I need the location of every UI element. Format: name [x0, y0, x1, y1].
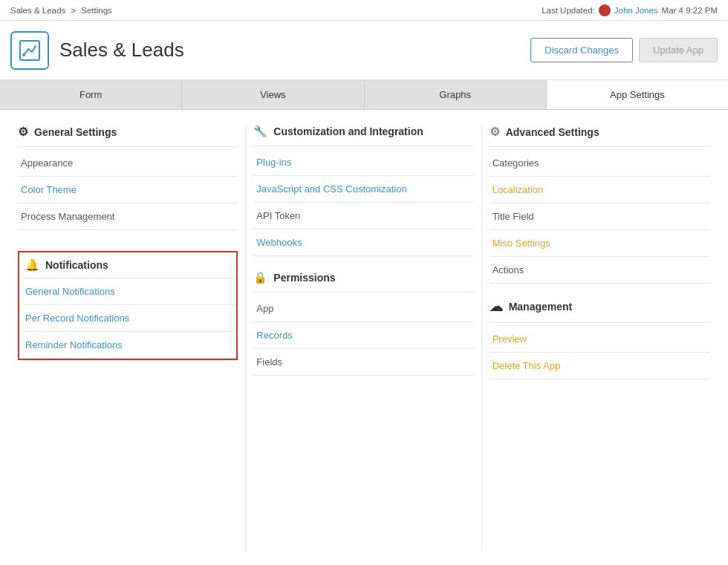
- tab-graphs[interactable]: Graphs: [365, 80, 547, 109]
- sidebar-item-records[interactable]: Records: [253, 322, 473, 349]
- notifications-header: 🔔 Notifications: [22, 252, 236, 278]
- customization-header: 🔧 Customization and Integration: [253, 125, 473, 146]
- management-title: Management: [509, 301, 573, 313]
- gear-adv-icon: ⚙: [490, 125, 500, 139]
- general-settings-title: General Settings: [34, 126, 117, 138]
- sidebar-item-js-css[interactable]: JavaScript and CSS Customization: [253, 176, 473, 203]
- sidebar-item-process-management[interactable]: Process Management: [18, 203, 238, 230]
- sidebar-item-per-record-notifications[interactable]: Per Record Notifications: [22, 305, 236, 332]
- advanced-settings-title: Advanced Settings: [506, 126, 599, 138]
- sidebar-item-delete-app[interactable]: Delete This App: [490, 353, 710, 379]
- sidebar-item-general-notifications[interactable]: General Notifications: [22, 278, 236, 305]
- tab-form[interactable]: Form: [0, 80, 182, 109]
- last-updated: Last Updated: John Jones Mar 4 9:22 PM: [542, 4, 718, 16]
- top-bar: Sales & Leads > Settings Last Updated: J…: [0, 0, 728, 21]
- main-content: General Settings Appearance Color Theme …: [0, 110, 728, 565]
- breadcrumb-root[interactable]: Sales & Leads: [10, 6, 65, 15]
- svg-point-1: [22, 53, 25, 56]
- update-app-button[interactable]: Update App: [639, 38, 718, 62]
- sidebar-item-localization[interactable]: Localization: [490, 177, 710, 203]
- permissions-title: Permissions: [273, 272, 335, 284]
- sidebar-item-preview[interactable]: Preview: [490, 326, 710, 353]
- app-title-area: Sales & Leads: [10, 31, 184, 70]
- breadcrumb: Sales & Leads > Settings: [10, 6, 112, 15]
- app-icon: [10, 31, 49, 70]
- tabs-bar: Form Views Graphs App Settings: [0, 80, 728, 110]
- cloud-icon: ☁: [490, 298, 503, 315]
- sidebar-item-color-theme[interactable]: Color Theme: [18, 177, 238, 203]
- sidebar-item-api-token[interactable]: API Token: [253, 203, 473, 229]
- column-general: General Settings Appearance Color Theme …: [10, 125, 246, 550]
- sidebar-item-title-field[interactable]: Title Field: [490, 203, 710, 230]
- sidebar-item-actions[interactable]: Actions: [490, 257, 710, 284]
- breadcrumb-separator: >: [71, 6, 78, 15]
- sidebar-item-reminder-notifications[interactable]: Reminder Notifications: [22, 332, 236, 359]
- lock-icon: 🔒: [253, 271, 267, 284]
- discard-changes-button[interactable]: Discard Changes: [530, 38, 633, 62]
- notifications-title: Notifications: [45, 259, 108, 271]
- customization-title: Customization and Integration: [273, 125, 423, 137]
- sidebar-item-app[interactable]: App: [253, 295, 473, 322]
- sidebar-item-appearance[interactable]: Appearance: [18, 150, 238, 177]
- last-updated-date: Mar 4 9:22 PM: [662, 6, 718, 15]
- tab-views[interactable]: Views: [182, 80, 364, 109]
- user-avatar: [599, 4, 611, 16]
- user-name[interactable]: John Jones: [614, 6, 658, 15]
- tab-app-settings[interactable]: App Settings: [547, 80, 728, 109]
- bell-icon: 🔔: [25, 258, 39, 272]
- app-header: Sales & Leads Discard Changes Update App: [0, 21, 728, 80]
- wrench-icon: 🔧: [253, 125, 267, 138]
- sidebar-item-plugins[interactable]: Plug-ins: [253, 149, 473, 176]
- permissions-header: 🔒 Permissions: [253, 271, 473, 293]
- breadcrumb-current: Settings: [81, 6, 112, 15]
- sidebar-item-webhooks[interactable]: Webhooks: [253, 229, 473, 256]
- header-buttons: Discard Changes Update App: [530, 38, 718, 62]
- general-settings-header: General Settings: [18, 125, 238, 147]
- page-title: Sales & Leads: [59, 39, 184, 62]
- advanced-settings-header: ⚙ Advanced Settings: [490, 125, 710, 147]
- sidebar-item-miso-settings[interactable]: Miso Settings: [490, 230, 710, 257]
- management-header: ☁ Management: [490, 298, 710, 323]
- column-customization: 🔧 Customization and Integration Plug-ins…: [246, 125, 481, 550]
- notifications-section: 🔔 Notifications General Notifications Pe…: [18, 251, 238, 360]
- gear-icon: [18, 125, 28, 139]
- column-advanced: ⚙ Advanced Settings Categories Localizat…: [482, 125, 718, 550]
- sidebar-item-categories[interactable]: Categories: [490, 150, 710, 177]
- last-updated-label: Last Updated:: [542, 6, 595, 15]
- sidebar-item-fields[interactable]: Fields: [253, 349, 473, 376]
